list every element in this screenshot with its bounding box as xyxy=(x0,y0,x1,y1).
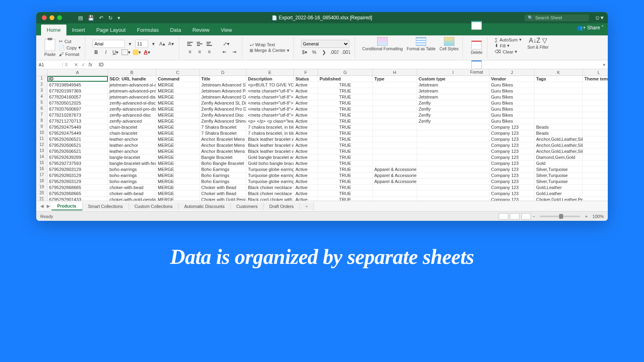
font-size-select[interactable] xyxy=(135,40,148,48)
expand-formula-icon[interactable]: ▾ xyxy=(603,62,605,68)
col-header[interactable]: E xyxy=(246,69,294,76)
cell[interactable]: Active xyxy=(294,130,318,136)
cell[interactable]: Zenfly Advanced Pro Dis xyxy=(200,106,246,112)
cell[interactable]: Apparel & Accessories > Jewelry > Earrin… xyxy=(373,179,417,184)
formula-input[interactable]: ID xyxy=(96,62,103,68)
cell[interactable]: Choker with Bead xyxy=(200,191,246,196)
cell[interactable] xyxy=(373,154,417,160)
col-header[interactable]: B xyxy=(108,69,156,76)
cell[interactable]: Jetstream xyxy=(417,82,489,88)
tab-data[interactable]: Data xyxy=(164,25,186,35)
cell[interactable] xyxy=(583,173,608,178)
cell[interactable]: <p> </p> <p class="lead xyxy=(246,118,294,124)
row-header[interactable]: 10 xyxy=(36,130,47,136)
cell[interactable]: <meta charset="utf-8">< xyxy=(246,100,294,106)
cell[interactable] xyxy=(373,142,417,148)
cell[interactable] xyxy=(373,82,417,88)
font-color-button[interactable]: A▾ xyxy=(143,49,151,56)
cell[interactable]: Zenfly xyxy=(417,100,489,106)
cell[interactable]: 6795292639289 xyxy=(47,154,108,160)
align-center-icon[interactable]: ≡ xyxy=(196,48,203,56)
cell[interactable]: Active xyxy=(294,118,318,124)
cell[interactable]: TRUE xyxy=(318,197,373,201)
tab-insert[interactable]: Insert xyxy=(66,25,91,35)
cell[interactable]: TRUE xyxy=(318,118,373,124)
cell[interactable]: Anchor Bracelet Mens xyxy=(200,142,246,148)
cell[interactable] xyxy=(417,136,489,142)
header-cell[interactable]: Theme template xyxy=(583,76,608,82)
cell[interactable]: Anchor,Gold,Leather,Silver xyxy=(535,142,583,148)
cell[interactable]: Company 123 xyxy=(489,197,535,201)
cell[interactable]: Active xyxy=(294,167,318,172)
cell[interactable]: MERGE xyxy=(156,191,200,196)
align-bottom-icon[interactable] xyxy=(206,40,213,47)
row-header[interactable]: 15 xyxy=(36,160,47,166)
cell[interactable]: TRUE xyxy=(318,179,373,184)
add-sheet-button[interactable]: + xyxy=(300,203,314,210)
col-header[interactable]: J xyxy=(489,69,535,76)
cell[interactable]: bangle-bracelet xyxy=(108,154,156,160)
cell[interactable]: Anchor Bracelet Mens xyxy=(200,148,246,154)
page-layout-view-icon[interactable] xyxy=(510,213,520,220)
row-header[interactable]: 8 xyxy=(36,118,47,124)
cell[interactable] xyxy=(535,112,583,118)
cell[interactable]: Company 123 xyxy=(489,142,535,148)
zoom-slider[interactable] xyxy=(540,216,580,217)
col-header[interactable]: C xyxy=(156,69,200,76)
sort-filter-button[interactable]: A↓Z ▽Sort & Filter xyxy=(527,37,549,58)
font-name-select[interactable] xyxy=(93,40,125,48)
header-cell[interactable]: ID xyxy=(47,76,108,82)
cell[interactable] xyxy=(417,124,489,130)
cell[interactable]: Guru Bikes xyxy=(489,106,535,112)
table-row[interactable]: 116795292606521leather-anchorMERGEAnchor… xyxy=(36,136,608,142)
fx-icon[interactable]: fx xyxy=(89,62,92,68)
col-header[interactable]: I xyxy=(417,69,489,76)
cell[interactable]: Gold xyxy=(535,160,583,166)
fill-button[interactable]: ⬇ Fill ▾ xyxy=(495,43,522,48)
sheet-nav-prev-icon[interactable]: ◀ xyxy=(39,204,45,209)
cell[interactable]: Turquoise globe earrings xyxy=(246,179,294,184)
wrap-text-button[interactable]: ⮐ Wrap Text xyxy=(250,42,289,47)
cell[interactable] xyxy=(583,154,608,160)
cell[interactable]: <meta charset="utf-8"> xyxy=(246,94,294,100)
cell[interactable]: 6778211270713 xyxy=(47,118,108,124)
table-row[interactable]: 96795292475449chain-braceletMERGE7 Shakr… xyxy=(36,124,608,130)
cell[interactable]: Company 123 xyxy=(489,167,535,172)
cell[interactable]: TRUE xyxy=(318,142,373,148)
cell[interactable]: 6778198949945 xyxy=(47,82,108,88)
cell[interactable]: Apparel & Accessories > Jewelry > Earrin… xyxy=(373,173,417,178)
cell[interactable]: Gold bangle bracelet wit xyxy=(246,154,294,160)
table-row[interactable]: 196795292868665choker-with-beadMERGEChok… xyxy=(36,185,608,191)
cell[interactable]: Guru Bikes xyxy=(489,88,535,94)
cell[interactable]: Company 123 xyxy=(489,136,535,142)
cell[interactable]: TRUE xyxy=(318,106,373,112)
cell[interactable]: Silver,Turquoise xyxy=(535,179,583,184)
chevron-down-icon[interactable]: ▾ xyxy=(126,40,134,47)
sheet-tab-custom-collections[interactable]: Custom Collections xyxy=(129,203,179,210)
cell[interactable]: MERGE xyxy=(156,154,200,160)
table-row[interactable]: 206795292868665choker-with-beadMERGEChok… xyxy=(36,191,608,197)
cell[interactable] xyxy=(583,106,608,112)
cell[interactable] xyxy=(583,112,608,118)
cell[interactable] xyxy=(583,142,608,148)
cell[interactable]: Active xyxy=(294,154,318,160)
share-button[interactable]: 👥+ Share ˄ xyxy=(577,25,604,31)
cell[interactable] xyxy=(535,94,583,100)
cell[interactable]: Active xyxy=(294,94,318,100)
table-row[interactable]: 156795292737593bangle-bracelet-with-feaM… xyxy=(36,160,608,167)
table-row[interactable]: 176795292803129boho-earringsMERGEBoho Ea… xyxy=(36,173,608,179)
cell[interactable]: leather-anchor xyxy=(108,142,156,148)
cell[interactable]: leather-anchor xyxy=(108,136,156,142)
cell[interactable]: Guru Bikes xyxy=(489,82,535,88)
cell[interactable] xyxy=(583,167,608,172)
cell[interactable]: Active xyxy=(294,124,318,130)
paste-button[interactable]: Paste xyxy=(44,52,56,57)
cell[interactable]: 6795292868665 xyxy=(47,191,108,196)
cell[interactable]: Anchor Bracelet Mens xyxy=(200,136,246,142)
zoom-in-icon[interactable]: + xyxy=(585,214,587,219)
col-header[interactable]: H xyxy=(373,69,417,76)
cell[interactable] xyxy=(417,160,489,166)
cell[interactable]: 6778205012025 xyxy=(47,100,108,106)
cell[interactable]: Zenfly Advanced Disc xyxy=(200,112,246,118)
cell[interactable]: 6778210287673 xyxy=(47,112,108,118)
